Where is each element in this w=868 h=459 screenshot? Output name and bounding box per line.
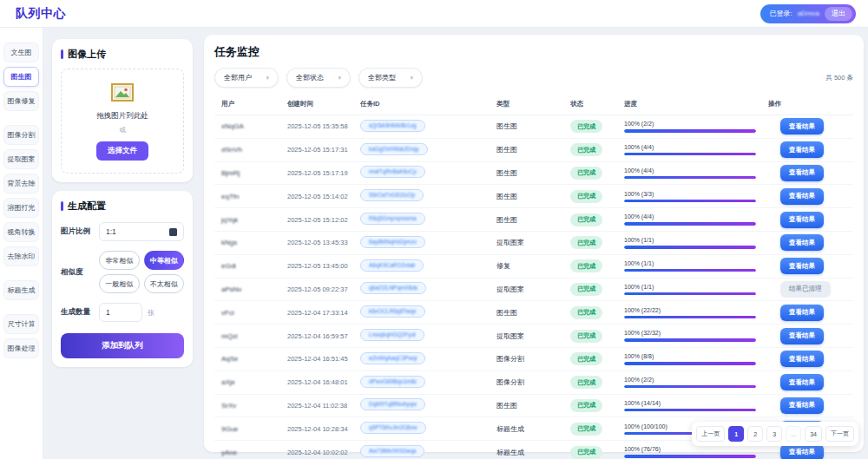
type-cell: 图生图 bbox=[496, 401, 570, 410]
action-cell: 查看结果 bbox=[768, 328, 853, 344]
drop-hint-text: 拖拽图片到此处 bbox=[67, 111, 178, 121]
sidebar-item-image-repair[interactable]: 图像修复 bbox=[3, 91, 39, 111]
created-time-cell: 2025-12-04 16:51:45 bbox=[287, 355, 360, 363]
task-id-pill[interactable]: DqM9Tq8Rkvbyqw bbox=[360, 398, 425, 410]
status-cell: 已完成 bbox=[570, 330, 624, 343]
view-result-button[interactable]: 查看结果 bbox=[780, 328, 824, 344]
view-result-button[interactable]: 查看结果 bbox=[780, 351, 824, 367]
view-result-button[interactable]: 查看结果 bbox=[780, 212, 824, 228]
status-cell: 已完成 bbox=[570, 167, 624, 180]
view-result-button[interactable]: 查看结果 bbox=[780, 444, 824, 459]
similarity-option[interactable]: 非常相似 bbox=[99, 251, 140, 270]
view-result-button[interactable]: 查看结果 bbox=[780, 374, 824, 390]
progress-text: 100% (1/1) bbox=[624, 284, 768, 290]
add-to-queue-button[interactable]: 添加到队列 bbox=[61, 333, 184, 358]
sidebar-item-extract-pattern[interactable]: 提取图案 bbox=[3, 149, 39, 169]
sidebar-item-watermark-remove[interactable]: 去除水印 bbox=[3, 246, 39, 266]
similarity-option[interactable]: 中等相似 bbox=[144, 251, 185, 270]
view-result-button[interactable]: 查看结果 bbox=[780, 141, 824, 158]
view-result-button[interactable]: 查看结果 bbox=[780, 258, 824, 274]
user-cell: eqTfn bbox=[221, 193, 287, 200]
task-id-pill[interactable]: w2vWqAaqC3Pwqi bbox=[360, 352, 425, 364]
sidebar-item-image-to-image[interactable]: 图生图 bbox=[3, 67, 39, 87]
user-name: vFci bbox=[221, 309, 234, 317]
task-id-pill[interactable]: k6vOCLR6q8Twqe bbox=[360, 305, 425, 318]
sidebar-item-view-convert[interactable]: 视角转换 bbox=[3, 222, 39, 242]
result-cleaned-button: 结果已清理 bbox=[780, 281, 831, 298]
progress-cell: 100% (2/2) bbox=[624, 121, 768, 133]
task-id-pill[interactable]: q6aO2LNPqmX8ds bbox=[360, 282, 426, 294]
task-id-text: dPwvG69Bqv1m8c bbox=[369, 378, 417, 384]
page-button-3[interactable]: 3 bbox=[766, 426, 782, 442]
view-result-button[interactable]: 查看结果 bbox=[780, 305, 824, 321]
task-id-pill[interactable]: q9PT6KvJm2G8vw bbox=[360, 422, 426, 434]
similarity-option[interactable]: 不太相似 bbox=[144, 274, 185, 293]
prev-page-button[interactable]: 上一页 bbox=[696, 426, 725, 442]
choose-file-button[interactable]: 选择文件 bbox=[96, 141, 148, 161]
task-id-pill[interactable]: S6rOaTnGEi2uOp bbox=[360, 189, 424, 201]
login-label: 已登录: bbox=[769, 9, 792, 18]
type-cell: 图像分割 bbox=[496, 354, 570, 364]
task-id-cell: DqM9Tq8Rkvbyqw bbox=[360, 398, 496, 412]
sidebar-item-size-calc[interactable]: 尺寸计算 bbox=[3, 314, 39, 334]
task-id-pill[interactable]: sQr5A9HM4/Br1vg bbox=[360, 120, 425, 132]
progress-bar bbox=[624, 385, 756, 389]
file-dropzone[interactable]: 拖拽图片到此处 或 选择文件 bbox=[61, 69, 184, 174]
type-filter[interactable]: 全部类型▾ bbox=[358, 68, 423, 88]
user-filter[interactable]: 全部用户▾ bbox=[214, 68, 279, 88]
task-id-pill[interactable]: LnwqbqHGQ2Fyot bbox=[360, 329, 424, 341]
view-result-button[interactable]: 查看结果 bbox=[780, 397, 824, 414]
user-cell: BjmRj bbox=[221, 169, 287, 177]
task-id-pill[interactable]: Aw73tMvXK92wqa bbox=[360, 445, 424, 457]
sidebar-item-title-generate[interactable]: 标题生成 bbox=[3, 280, 39, 300]
status-cell: 已完成 bbox=[570, 352, 624, 365]
task-id-pill[interactable]: kaGgOvHWaUDxqy bbox=[360, 143, 428, 155]
progress-fill bbox=[624, 409, 756, 412]
action-cell: 查看结果 bbox=[768, 444, 853, 459]
monitor-title: 任务监控 bbox=[214, 44, 853, 60]
task-id-pill[interactable]: 6ay6MNqHd2ymzv bbox=[360, 236, 425, 248]
page-button-34[interactable]: 34 bbox=[805, 426, 822, 442]
similarity-option[interactable]: 一般相似 bbox=[99, 274, 140, 293]
page-button-2[interactable]: 2 bbox=[747, 426, 763, 442]
sidebar-item-blend-relight[interactable]: 溶图打光 bbox=[3, 198, 39, 218]
task-id-pill[interactable]: dPwvG69Bqv1m8c bbox=[360, 376, 425, 388]
progress-cell: 100% (4/4) bbox=[624, 213, 768, 226]
column-header: 操作 bbox=[768, 100, 853, 108]
logout-button[interactable]: 退出 bbox=[825, 7, 852, 21]
user-cell: AqSe bbox=[221, 355, 287, 363]
page-button-1[interactable]: 1 bbox=[728, 426, 744, 442]
logged-in-username: aDmva bbox=[798, 10, 819, 17]
sidebar-item-image-segment[interactable]: 图像分割 bbox=[3, 125, 39, 145]
view-result-button[interactable]: 查看结果 bbox=[780, 234, 824, 251]
task-id-pill[interactable]: mwlTqRnBaK6vCp bbox=[360, 166, 425, 178]
type-cell: 图像分割 bbox=[496, 377, 570, 387]
status-cell: 已完成 bbox=[570, 446, 624, 459]
ratio-value: 1:1 bbox=[106, 227, 116, 236]
status-cell: 已完成 bbox=[570, 376, 624, 389]
count-label: 生成数量 bbox=[61, 307, 99, 318]
status-filter[interactable]: 全部状态▾ bbox=[286, 68, 351, 88]
action-cell: 查看结果 bbox=[768, 165, 853, 181]
sidebar-item-background-remove[interactable]: 背景去除 bbox=[3, 174, 39, 193]
type-cell: 标题生成 bbox=[496, 424, 570, 434]
user-name: BjmRj bbox=[221, 169, 240, 177]
filter-label: 全部类型 bbox=[368, 73, 396, 82]
next-page-button[interactable]: 下一页 bbox=[825, 426, 854, 442]
view-result-button[interactable]: 查看结果 bbox=[780, 188, 824, 205]
view-result-button[interactable]: 查看结果 bbox=[780, 165, 824, 181]
progress-fill bbox=[624, 362, 756, 365]
ratio-select[interactable]: 1:1 bbox=[99, 222, 184, 241]
view-result-button[interactable]: 查看结果 bbox=[780, 118, 824, 134]
task-id-pill[interactable]: A6qK9CaRO2vtab bbox=[360, 259, 424, 272]
progress-fill bbox=[624, 269, 756, 272]
count-input[interactable] bbox=[99, 303, 142, 322]
status-cell: 已完成 bbox=[570, 423, 624, 436]
sidebar-item-image-process[interactable]: 图像处理 bbox=[3, 338, 39, 358]
user-name: eGdi bbox=[221, 262, 236, 270]
sidebar-item-text-to-image[interactable]: 文生图 bbox=[3, 43, 39, 62]
progress-bar bbox=[624, 176, 756, 180]
task-id-cell: S6rOaTnGEi2uOp bbox=[360, 189, 496, 203]
task-id-pill[interactable]: R6q5Gmprqnvsma bbox=[360, 213, 425, 225]
status-badge: 已完成 bbox=[570, 167, 602, 180]
